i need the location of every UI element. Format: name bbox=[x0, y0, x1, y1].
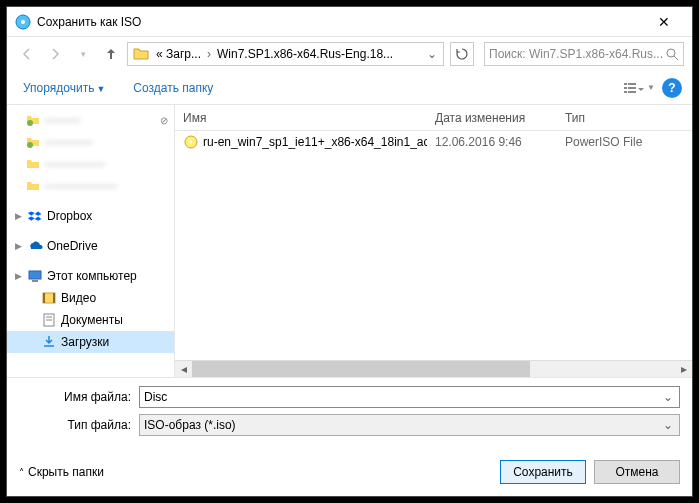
address-bar[interactable]: « Загр... › Win7.SP1.x86-x64.Rus-Eng.18.… bbox=[127, 42, 444, 66]
folder-icon bbox=[132, 45, 150, 63]
search-input[interactable] bbox=[489, 47, 665, 61]
scroll-track[interactable] bbox=[192, 361, 675, 378]
column-headers: Имя Дата изменения Тип bbox=[175, 105, 692, 131]
refresh-button[interactable] bbox=[450, 42, 474, 66]
videos-icon bbox=[41, 290, 57, 306]
svg-rect-12 bbox=[29, 271, 41, 279]
svg-rect-7 bbox=[628, 87, 636, 89]
svg-rect-5 bbox=[628, 83, 636, 85]
search-box[interactable] bbox=[484, 42, 684, 66]
svg-line-3 bbox=[674, 56, 678, 60]
folder-icon bbox=[25, 134, 41, 150]
onedrive-icon bbox=[27, 238, 43, 254]
folder-icon bbox=[25, 178, 41, 194]
filename-label: Имя файла: bbox=[19, 390, 139, 404]
tree-item-documents[interactable]: Документы bbox=[7, 309, 174, 331]
file-date: 12.06.2016 9:46 bbox=[427, 135, 557, 149]
titlebar: Сохранить как ISO ✕ bbox=[7, 7, 692, 37]
svg-rect-8 bbox=[624, 91, 627, 93]
breadcrumb-part2[interactable]: Win7.SP1.x86-x64.Rus-Eng.18... bbox=[213, 47, 397, 61]
file-list[interactable]: ru-en_win7_sp1_ie11+_x86-x64_18in1_acti.… bbox=[175, 131, 692, 360]
filetype-field[interactable]: ISO-образ (*.iso) ⌄ bbox=[139, 414, 680, 436]
footer: ˄ Скрыть папки Сохранить Отмена bbox=[7, 450, 692, 496]
filename-field[interactable]: ⌄ bbox=[139, 386, 680, 408]
svg-rect-6 bbox=[624, 87, 627, 89]
chevron-down-icon: ▶ bbox=[15, 271, 25, 281]
column-type[interactable]: Тип bbox=[557, 105, 692, 130]
svg-rect-15 bbox=[43, 293, 45, 303]
hide-folders-link[interactable]: ˄ Скрыть папки bbox=[19, 465, 104, 479]
toolbar: Упорядочить▼ Создать папку ▼ ? bbox=[7, 71, 692, 105]
svg-rect-4 bbox=[624, 83, 627, 85]
app-icon bbox=[15, 14, 31, 30]
save-button[interactable]: Сохранить bbox=[500, 460, 586, 484]
pin-icon: ⊘ bbox=[160, 115, 168, 126]
svg-point-21 bbox=[190, 141, 193, 144]
file-name: ru-en_win7_sp1_ie11+_x86-x64_18in1_acti.… bbox=[203, 135, 427, 149]
svg-point-2 bbox=[667, 49, 675, 57]
tree-item-downloads[interactable]: Загрузки bbox=[7, 331, 174, 353]
tree-item-videos[interactable]: Видео bbox=[7, 287, 174, 309]
tree-item[interactable]: ————— bbox=[7, 153, 174, 175]
iso-file-icon bbox=[183, 134, 199, 150]
filename-input[interactable] bbox=[144, 390, 661, 404]
form-area: Имя файла: ⌄ Тип файла: ISO-образ (*.iso… bbox=[7, 377, 692, 450]
svg-point-10 bbox=[27, 120, 33, 126]
scroll-left-button[interactable]: ◂ bbox=[175, 361, 192, 378]
file-list-pane: Имя Дата изменения Тип ru-en_win7_sp1_ie… bbox=[175, 105, 692, 377]
new-folder-button[interactable]: Создать папку bbox=[127, 77, 219, 99]
tree-item-thispc[interactable]: ▶ Этот компьютер bbox=[7, 265, 174, 287]
search-icon bbox=[665, 47, 679, 61]
filetype-value: ISO-образ (*.iso) bbox=[144, 418, 661, 432]
horizontal-scrollbar[interactable]: ◂ ▸ bbox=[175, 360, 692, 377]
folder-icon bbox=[25, 156, 41, 172]
organize-button[interactable]: Упорядочить▼ bbox=[17, 77, 111, 99]
tree-item[interactable]: ——— ⊘ bbox=[7, 109, 174, 131]
close-button[interactable]: ✕ bbox=[644, 14, 684, 30]
main-area: ——— ⊘ ———— ————— —————— ▶ Dropbox ▶ bbox=[7, 105, 692, 377]
address-dropdown[interactable]: ⌄ bbox=[423, 47, 441, 61]
scroll-right-button[interactable]: ▸ bbox=[675, 361, 692, 378]
chevron-up-icon: ˄ bbox=[19, 467, 24, 478]
downloads-icon bbox=[41, 334, 57, 350]
chevron-right-icon: ▶ bbox=[15, 211, 25, 221]
svg-rect-13 bbox=[32, 280, 38, 282]
nav-tree[interactable]: ——— ⊘ ———— ————— —————— ▶ Dropbox ▶ bbox=[7, 105, 175, 377]
cancel-button[interactable]: Отмена bbox=[594, 460, 680, 484]
breadcrumb-part1[interactable]: « Загр... bbox=[152, 47, 205, 61]
svg-rect-16 bbox=[53, 293, 55, 303]
nav-recent-button[interactable]: ▾ bbox=[71, 42, 95, 66]
column-name[interactable]: Имя bbox=[175, 105, 427, 130]
file-type: PowerISO File bbox=[557, 135, 692, 149]
chevron-right-icon: › bbox=[205, 47, 213, 61]
nav-forward-button[interactable] bbox=[43, 42, 67, 66]
dropbox-icon bbox=[27, 208, 43, 224]
folder-icon bbox=[25, 112, 41, 128]
filetype-row: Тип файла: ISO-образ (*.iso) ⌄ bbox=[19, 414, 680, 436]
svg-point-11 bbox=[27, 142, 33, 148]
tree-item-dropbox[interactable]: ▶ Dropbox bbox=[7, 205, 174, 227]
nav-up-button[interactable] bbox=[99, 42, 123, 66]
filetype-label: Тип файла: bbox=[19, 418, 139, 432]
chevron-down-icon[interactable]: ⌄ bbox=[661, 390, 675, 404]
chevron-down-icon[interactable]: ⌄ bbox=[661, 418, 675, 432]
nav-back-button[interactable] bbox=[15, 42, 39, 66]
tree-item-onedrive[interactable]: ▶ OneDrive bbox=[7, 235, 174, 257]
help-button[interactable]: ? bbox=[662, 78, 682, 98]
svg-rect-9 bbox=[628, 91, 636, 93]
documents-icon bbox=[41, 312, 57, 328]
nav-row: ▾ « Загр... › Win7.SP1.x86-x64.Rus-Eng.1… bbox=[7, 37, 692, 71]
window-title: Сохранить как ISO bbox=[37, 15, 644, 29]
computer-icon bbox=[27, 268, 43, 284]
file-row[interactable]: ru-en_win7_sp1_ie11+_x86-x64_18in1_acti.… bbox=[175, 131, 692, 153]
scroll-thumb[interactable] bbox=[192, 361, 530, 378]
chevron-right-icon: ▶ bbox=[15, 241, 25, 251]
svg-point-1 bbox=[21, 20, 25, 24]
filename-row: Имя файла: ⌄ bbox=[19, 386, 680, 408]
save-dialog: Сохранить как ISO ✕ ▾ « Загр... › Win7.S… bbox=[6, 6, 693, 497]
view-options-button[interactable]: ▼ bbox=[622, 76, 656, 100]
tree-item[interactable]: ———— bbox=[7, 131, 174, 153]
tree-item[interactable]: —————— bbox=[7, 175, 174, 197]
column-date[interactable]: Дата изменения bbox=[427, 105, 557, 130]
